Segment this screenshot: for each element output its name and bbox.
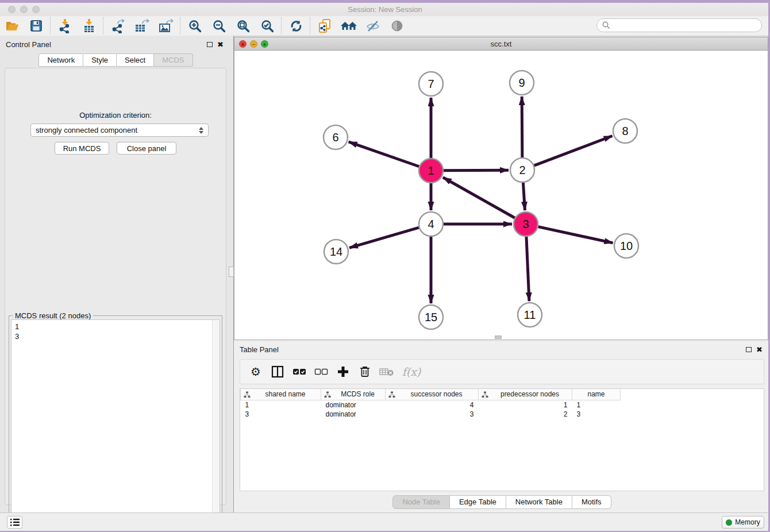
table-row[interactable]: 1dominator411 [241, 400, 621, 410]
graph-edge-2-9[interactable] [522, 97, 522, 157]
mcds-panel: Optimization criterion: strongly connect… [5, 68, 226, 505]
title-bar: Session: New Session [0, 3, 770, 17]
table-cell[interactable]: dominator [321, 400, 386, 410]
table-cell[interactable]: 2 [479, 410, 572, 419]
deselect-all-icon [314, 367, 328, 376]
import-table-button[interactable] [77, 17, 101, 35]
zoom-in-button[interactable] [183, 17, 207, 35]
optimization-criterion-label: Optimization criterion: [5, 111, 226, 119]
mcds-result-text: 1 3 [15, 322, 19, 341]
table-cell[interactable]: 4 [386, 400, 479, 410]
network-canvas[interactable]: 7968124314101511 [234, 51, 768, 340]
toolbar-separator [281, 17, 282, 34]
table-settings-button[interactable]: ⚙ [246, 362, 265, 381]
gear-icon: ⚙ [251, 365, 261, 379]
select-stepper-icon [199, 127, 203, 134]
open-session-button[interactable] [0, 17, 24, 35]
graph-node-label-10: 10 [620, 240, 633, 252]
memory-button[interactable]: Memory [722, 516, 764, 529]
graph-edge-2-3[interactable] [523, 183, 525, 210]
col-header-predecessor-nodes[interactable]: predecessor nodes [479, 389, 572, 400]
import-network-button[interactable] [53, 17, 77, 35]
close-panel-icon[interactable]: ✖ [217, 41, 224, 48]
graph-node-label-9: 9 [518, 76, 525, 89]
control-panel-title: Control Panel [6, 40, 51, 49]
criterion-select[interactable]: strongly connected component [30, 124, 209, 137]
graph-edge-4-14[interactable] [349, 228, 419, 248]
tab-network[interactable]: Network [38, 53, 83, 67]
graph-edge-1-6[interactable] [349, 142, 419, 167]
deselect-all-columns-button[interactable] [311, 362, 331, 381]
table-cell[interactable]: 3 [572, 410, 621, 419]
tab-style[interactable]: Style [83, 53, 117, 67]
save-session-button[interactable] [24, 17, 48, 35]
graph-edge-3-11[interactable] [526, 237, 529, 301]
toolbar-separator [50, 17, 51, 34]
network-window-titlebar[interactable]: × − + scc.txt [234, 37, 768, 51]
export-table-button[interactable] [130, 17, 154, 35]
graph-node-label-8: 8 [622, 125, 628, 137]
graph-edge-3-1[interactable] [443, 178, 515, 218]
table-cell[interactable]: dominator [321, 410, 386, 419]
control-panel-tabs: Network Style Select MCDS [0, 53, 232, 67]
zoom-fit-button[interactable] [231, 17, 255, 35]
search-input[interactable] [611, 21, 751, 30]
tab-select[interactable]: Select [117, 53, 154, 67]
fx-icon: f(x) [402, 365, 421, 378]
delete-column-button[interactable] [355, 362, 375, 381]
col-header-successor-nodes[interactable]: successor nodes [386, 389, 479, 400]
toolbar-separator [310, 17, 311, 34]
splitter-handle[interactable] [229, 267, 234, 277]
add-column-button[interactable] [333, 362, 353, 381]
table-cell[interactable]: 1 [572, 400, 621, 410]
hide-graphics-details-button[interactable] [361, 17, 385, 35]
tab-node-table[interactable]: Node Table [392, 495, 450, 509]
canvas-hscroll-thumb[interactable] [495, 336, 502, 339]
zoom-selected-button[interactable] [255, 17, 279, 35]
mcds-result-textarea[interactable]: 1 3 [11, 319, 220, 532]
save-floppy-icon [29, 19, 43, 33]
eye-slash-icon [365, 19, 380, 33]
float-panel-icon[interactable] [207, 42, 213, 47]
tab-edge-table[interactable]: Edge Table [450, 495, 506, 509]
select-all-columns-button[interactable] [290, 362, 309, 381]
result-scrollbar[interactable] [212, 320, 220, 532]
table-cell[interactable]: 1 [479, 400, 572, 410]
network-graph[interactable]: 7968124314101511 [234, 51, 768, 339]
show-graphics-details-button[interactable] [385, 17, 409, 35]
run-mcds-button[interactable]: Run MCDS [55, 142, 109, 155]
table-row[interactable]: 3dominator323 [241, 410, 621, 419]
table-cell[interactable]: 1 [241, 400, 321, 410]
delete-table-icon [379, 367, 394, 377]
function-builder-button[interactable]: f(x) [399, 362, 424, 381]
table-cell[interactable]: 3 [386, 410, 479, 419]
close-panel-button[interactable]: Close panel [117, 142, 176, 155]
first-neighbors-button[interactable] [337, 17, 361, 35]
export-image-button[interactable] [154, 17, 178, 35]
task-history-button[interactable] [7, 516, 22, 529]
memory-label: Memory [735, 518, 760, 526]
toolbar-separator [180, 17, 181, 34]
search-field-container [596, 18, 762, 32]
gray-lens-icon [390, 19, 404, 33]
zoom-out-button[interactable] [207, 17, 231, 35]
table-cell[interactable]: 3 [241, 410, 321, 419]
tab-network-table[interactable]: Network Table [506, 495, 572, 509]
refresh-button[interactable] [284, 17, 308, 35]
column-layout-button[interactable] [268, 362, 287, 381]
clone-network-button[interactable] [313, 17, 337, 35]
col-header-mcds-role[interactable]: MCDS role [321, 389, 386, 400]
export-network-icon [110, 18, 125, 33]
graph-edge-1-2[interactable] [444, 170, 509, 171]
tab-mcds[interactable]: MCDS [154, 53, 192, 67]
graph-edge-2-8[interactable] [534, 136, 613, 166]
float-table-panel-icon[interactable] [746, 347, 752, 352]
export-network-button[interactable] [106, 17, 130, 35]
delete-table-button[interactable] [377, 362, 396, 381]
close-table-panel-icon[interactable]: ✖ [756, 346, 763, 353]
control-panel-header: Control Panel ✖ [0, 38, 232, 52]
col-header-shared-name[interactable]: shared name [241, 389, 321, 400]
tab-motifs[interactable]: Motifs [572, 495, 611, 509]
col-header-name[interactable]: name [572, 389, 621, 400]
graph-edge-3-10[interactable] [538, 227, 613, 243]
